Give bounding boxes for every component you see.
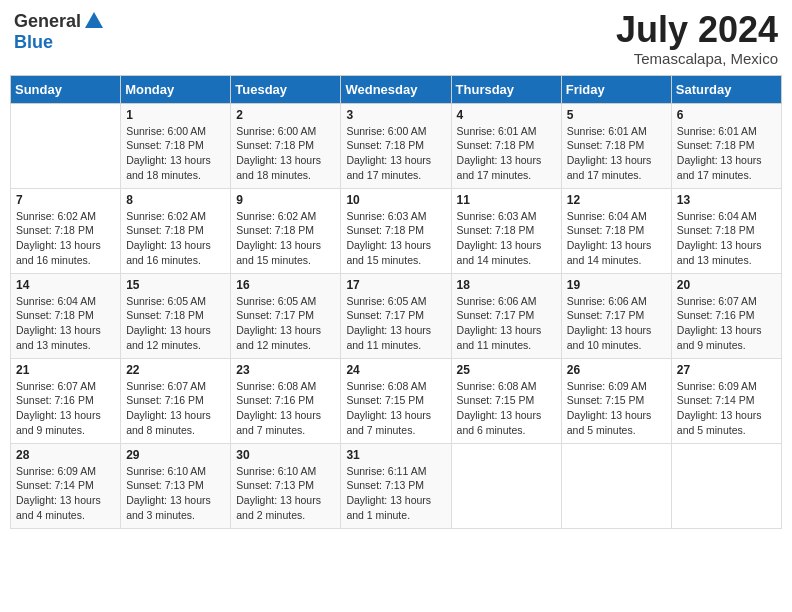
day-info: Sunrise: 6:07 AM Sunset: 7:16 PM Dayligh… <box>16 380 101 436</box>
day-info: Sunrise: 6:00 AM Sunset: 7:18 PM Dayligh… <box>236 125 321 181</box>
day-number: 4 <box>457 108 556 122</box>
day-number: 18 <box>457 278 556 292</box>
calendar-header-row: SundayMondayTuesdayWednesdayThursdayFrid… <box>11 75 782 103</box>
calendar-cell: 21Sunrise: 6:07 AM Sunset: 7:16 PM Dayli… <box>11 358 121 443</box>
day-info: Sunrise: 6:02 AM Sunset: 7:18 PM Dayligh… <box>236 210 321 266</box>
day-info: Sunrise: 6:04 AM Sunset: 7:18 PM Dayligh… <box>16 295 101 351</box>
calendar-cell: 28Sunrise: 6:09 AM Sunset: 7:14 PM Dayli… <box>11 443 121 528</box>
calendar-cell: 27Sunrise: 6:09 AM Sunset: 7:14 PM Dayli… <box>671 358 781 443</box>
month-year-title: July 2024 <box>616 10 778 50</box>
day-info: Sunrise: 6:03 AM Sunset: 7:18 PM Dayligh… <box>457 210 542 266</box>
title-block: July 2024 Temascalapa, Mexico <box>616 10 778 67</box>
day-info: Sunrise: 6:04 AM Sunset: 7:18 PM Dayligh… <box>567 210 652 266</box>
day-number: 15 <box>126 278 225 292</box>
day-info: Sunrise: 6:05 AM Sunset: 7:17 PM Dayligh… <box>346 295 431 351</box>
calendar-cell: 17Sunrise: 6:05 AM Sunset: 7:17 PM Dayli… <box>341 273 451 358</box>
calendar-cell: 31Sunrise: 6:11 AM Sunset: 7:13 PM Dayli… <box>341 443 451 528</box>
location-subtitle: Temascalapa, Mexico <box>616 50 778 67</box>
day-info: Sunrise: 6:02 AM Sunset: 7:18 PM Dayligh… <box>16 210 101 266</box>
calendar-cell: 24Sunrise: 6:08 AM Sunset: 7:15 PM Dayli… <box>341 358 451 443</box>
day-info: Sunrise: 6:09 AM Sunset: 7:15 PM Dayligh… <box>567 380 652 436</box>
calendar-cell: 14Sunrise: 6:04 AM Sunset: 7:18 PM Dayli… <box>11 273 121 358</box>
day-number: 9 <box>236 193 335 207</box>
day-info: Sunrise: 6:09 AM Sunset: 7:14 PM Dayligh… <box>16 465 101 521</box>
day-number: 5 <box>567 108 666 122</box>
day-number: 6 <box>677 108 776 122</box>
day-info: Sunrise: 6:01 AM Sunset: 7:18 PM Dayligh… <box>567 125 652 181</box>
day-of-week-header: Friday <box>561 75 671 103</box>
calendar-cell: 26Sunrise: 6:09 AM Sunset: 7:15 PM Dayli… <box>561 358 671 443</box>
logo-icon <box>83 10 105 32</box>
calendar-cell: 20Sunrise: 6:07 AM Sunset: 7:16 PM Dayli… <box>671 273 781 358</box>
calendar-cell: 9Sunrise: 6:02 AM Sunset: 7:18 PM Daylig… <box>231 188 341 273</box>
day-info: Sunrise: 6:06 AM Sunset: 7:17 PM Dayligh… <box>457 295 542 351</box>
day-number: 28 <box>16 448 115 462</box>
page-header: General Blue July 2024 Temascalapa, Mexi… <box>10 10 782 67</box>
day-number: 7 <box>16 193 115 207</box>
day-info: Sunrise: 6:05 AM Sunset: 7:18 PM Dayligh… <box>126 295 211 351</box>
day-info: Sunrise: 6:06 AM Sunset: 7:17 PM Dayligh… <box>567 295 652 351</box>
day-of-week-header: Wednesday <box>341 75 451 103</box>
day-info: Sunrise: 6:10 AM Sunset: 7:13 PM Dayligh… <box>236 465 321 521</box>
day-of-week-header: Tuesday <box>231 75 341 103</box>
day-number: 29 <box>126 448 225 462</box>
day-number: 12 <box>567 193 666 207</box>
day-number: 27 <box>677 363 776 377</box>
calendar-cell: 23Sunrise: 6:08 AM Sunset: 7:16 PM Dayli… <box>231 358 341 443</box>
svg-marker-0 <box>85 12 103 28</box>
day-info: Sunrise: 6:04 AM Sunset: 7:18 PM Dayligh… <box>677 210 762 266</box>
day-number: 13 <box>677 193 776 207</box>
calendar-cell: 16Sunrise: 6:05 AM Sunset: 7:17 PM Dayli… <box>231 273 341 358</box>
calendar-cell: 5Sunrise: 6:01 AM Sunset: 7:18 PM Daylig… <box>561 103 671 188</box>
calendar-cell: 4Sunrise: 6:01 AM Sunset: 7:18 PM Daylig… <box>451 103 561 188</box>
calendar-week-row: 21Sunrise: 6:07 AM Sunset: 7:16 PM Dayli… <box>11 358 782 443</box>
day-number: 11 <box>457 193 556 207</box>
day-info: Sunrise: 6:05 AM Sunset: 7:17 PM Dayligh… <box>236 295 321 351</box>
day-info: Sunrise: 6:02 AM Sunset: 7:18 PM Dayligh… <box>126 210 211 266</box>
calendar-week-row: 7Sunrise: 6:02 AM Sunset: 7:18 PM Daylig… <box>11 188 782 273</box>
day-number: 2 <box>236 108 335 122</box>
calendar-cell: 7Sunrise: 6:02 AM Sunset: 7:18 PM Daylig… <box>11 188 121 273</box>
day-info: Sunrise: 6:01 AM Sunset: 7:18 PM Dayligh… <box>457 125 542 181</box>
logo-blue: Blue <box>14 32 53 53</box>
calendar-week-row: 28Sunrise: 6:09 AM Sunset: 7:14 PM Dayli… <box>11 443 782 528</box>
day-info: Sunrise: 6:08 AM Sunset: 7:15 PM Dayligh… <box>457 380 542 436</box>
calendar-cell: 22Sunrise: 6:07 AM Sunset: 7:16 PM Dayli… <box>121 358 231 443</box>
calendar-cell: 11Sunrise: 6:03 AM Sunset: 7:18 PM Dayli… <box>451 188 561 273</box>
day-info: Sunrise: 6:00 AM Sunset: 7:18 PM Dayligh… <box>346 125 431 181</box>
day-info: Sunrise: 6:01 AM Sunset: 7:18 PM Dayligh… <box>677 125 762 181</box>
calendar-week-row: 1Sunrise: 6:00 AM Sunset: 7:18 PM Daylig… <box>11 103 782 188</box>
calendar-cell: 25Sunrise: 6:08 AM Sunset: 7:15 PM Dayli… <box>451 358 561 443</box>
calendar-week-row: 14Sunrise: 6:04 AM Sunset: 7:18 PM Dayli… <box>11 273 782 358</box>
calendar-body: 1Sunrise: 6:00 AM Sunset: 7:18 PM Daylig… <box>11 103 782 528</box>
day-number: 17 <box>346 278 445 292</box>
calendar-cell: 19Sunrise: 6:06 AM Sunset: 7:17 PM Dayli… <box>561 273 671 358</box>
calendar-cell <box>451 443 561 528</box>
calendar-cell: 8Sunrise: 6:02 AM Sunset: 7:18 PM Daylig… <box>121 188 231 273</box>
day-info: Sunrise: 6:03 AM Sunset: 7:18 PM Dayligh… <box>346 210 431 266</box>
day-info: Sunrise: 6:09 AM Sunset: 7:14 PM Dayligh… <box>677 380 762 436</box>
day-info: Sunrise: 6:08 AM Sunset: 7:16 PM Dayligh… <box>236 380 321 436</box>
calendar-cell <box>561 443 671 528</box>
calendar-cell: 1Sunrise: 6:00 AM Sunset: 7:18 PM Daylig… <box>121 103 231 188</box>
day-number: 22 <box>126 363 225 377</box>
logo: General Blue <box>14 10 105 53</box>
logo-general: General <box>14 11 81 32</box>
calendar-cell: 12Sunrise: 6:04 AM Sunset: 7:18 PM Dayli… <box>561 188 671 273</box>
calendar-cell: 15Sunrise: 6:05 AM Sunset: 7:18 PM Dayli… <box>121 273 231 358</box>
day-info: Sunrise: 6:07 AM Sunset: 7:16 PM Dayligh… <box>677 295 762 351</box>
calendar-cell: 10Sunrise: 6:03 AM Sunset: 7:18 PM Dayli… <box>341 188 451 273</box>
day-number: 1 <box>126 108 225 122</box>
day-of-week-header: Sunday <box>11 75 121 103</box>
calendar-cell <box>671 443 781 528</box>
day-info: Sunrise: 6:07 AM Sunset: 7:16 PM Dayligh… <box>126 380 211 436</box>
day-info: Sunrise: 6:10 AM Sunset: 7:13 PM Dayligh… <box>126 465 211 521</box>
day-number: 16 <box>236 278 335 292</box>
calendar-cell: 2Sunrise: 6:00 AM Sunset: 7:18 PM Daylig… <box>231 103 341 188</box>
day-number: 10 <box>346 193 445 207</box>
calendar-cell: 3Sunrise: 6:00 AM Sunset: 7:18 PM Daylig… <box>341 103 451 188</box>
day-number: 21 <box>16 363 115 377</box>
day-of-week-header: Thursday <box>451 75 561 103</box>
calendar-cell: 13Sunrise: 6:04 AM Sunset: 7:18 PM Dayli… <box>671 188 781 273</box>
day-number: 24 <box>346 363 445 377</box>
